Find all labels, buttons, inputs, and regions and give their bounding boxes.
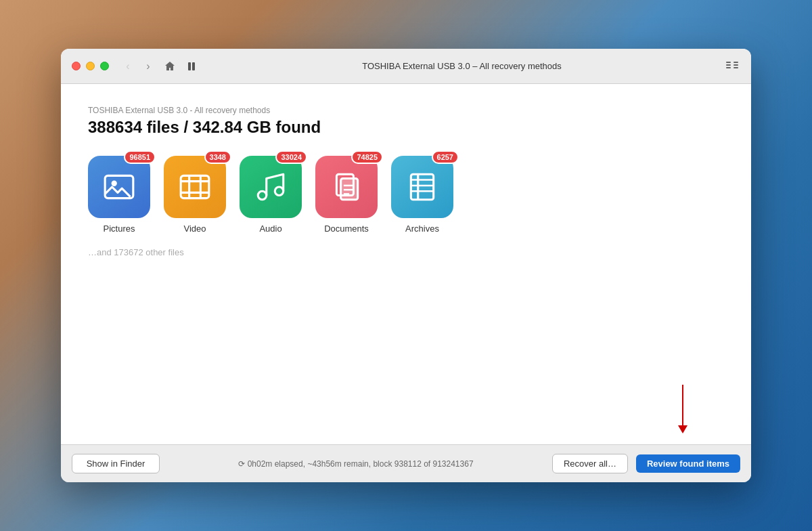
svg-point-16 [275, 187, 284, 196]
fullscreen-button[interactable] [100, 62, 109, 70]
svg-rect-7 [734, 67, 738, 68]
svg-rect-5 [734, 62, 738, 63]
category-archives[interactable]: 6257 Archives [391, 156, 453, 234]
documents-icon [315, 156, 378, 218]
page-subtitle: TOSHIBA External USB 3.0 - All recovery … [88, 106, 724, 115]
arrow-annotation [678, 385, 687, 433]
files-found-heading: 388634 files / 342.84 GB found [88, 118, 724, 137]
documents-label: Documents [324, 224, 369, 234]
svg-rect-0 [188, 62, 191, 70]
category-documents[interactable]: 74825 Documents [315, 156, 378, 234]
archives-label: Archives [405, 224, 439, 234]
svg-point-9 [112, 181, 117, 186]
show-finder-button[interactable]: Show in Finder [72, 454, 160, 473]
pictures-icon [88, 156, 150, 218]
traffic-lights [72, 62, 109, 70]
close-button[interactable] [72, 62, 81, 70]
audio-icon-wrap: 33024 [240, 156, 302, 218]
svg-rect-1 [192, 62, 195, 70]
main-window: ‹ › TOSHIBA External USB 3.0 – All recov… [61, 49, 751, 482]
category-audio[interactable]: 33024 Audio [240, 156, 302, 234]
video-icon-wrap: 3348 [164, 156, 226, 218]
categories-list: 96851 Pictures 3348 [88, 156, 724, 234]
svg-rect-3 [726, 64, 731, 66]
svg-point-15 [258, 191, 267, 200]
bottombar: Show in Finder ⟳ 0h02m elapsed, ~43h56m … [61, 444, 751, 482]
back-button[interactable]: ‹ [120, 58, 136, 75]
category-video[interactable]: 3348 Video [164, 156, 226, 234]
audio-label: Audio [259, 224, 281, 234]
archives-icon-wrap: 6257 [391, 156, 453, 218]
forward-button[interactable]: › [140, 58, 156, 75]
archives-badge: 6257 [432, 150, 459, 164]
audio-icon [240, 156, 302, 218]
arrow-line [682, 385, 683, 425]
audio-badge: 33024 [275, 150, 307, 164]
review-found-items-button[interactable]: Review found items [636, 454, 740, 473]
titlebar: ‹ › TOSHIBA External USB 3.0 – All recov… [61, 49, 751, 84]
category-pictures[interactable]: 96851 Pictures [88, 156, 150, 234]
svg-rect-10 [181, 175, 209, 198]
arrow-head [678, 425, 687, 433]
pictures-badge: 96851 [124, 150, 156, 164]
documents-icon-wrap: 74825 [315, 156, 378, 218]
window-title: TOSHIBA External USB 3.0 – All recovery … [200, 61, 724, 71]
svg-rect-6 [734, 64, 738, 66]
svg-rect-2 [726, 62, 731, 63]
recover-all-button[interactable]: Recover all… [552, 454, 628, 473]
nav-buttons: ‹ › [120, 58, 156, 75]
pause-button[interactable] [183, 58, 200, 75]
other-files-label: …and 173672 other files [88, 247, 724, 257]
reader-button[interactable] [724, 58, 740, 75]
status-text: ⟳ 0h02m elapsed, ~43h56m remain, block 9… [168, 459, 544, 469]
video-label: Video [183, 224, 206, 234]
svg-rect-4 [726, 67, 731, 68]
archives-icon [391, 156, 453, 218]
pictures-icon-wrap: 96851 [88, 156, 150, 218]
pictures-label: Pictures [104, 224, 135, 234]
svg-rect-22 [411, 174, 433, 200]
home-button[interactable] [162, 58, 178, 75]
documents-badge: 74825 [351, 150, 383, 164]
video-badge: 3348 [204, 150, 231, 164]
video-icon [164, 156, 226, 218]
minimize-button[interactable] [86, 62, 95, 70]
main-content: TOSHIBA External USB 3.0 - All recovery … [61, 84, 751, 444]
